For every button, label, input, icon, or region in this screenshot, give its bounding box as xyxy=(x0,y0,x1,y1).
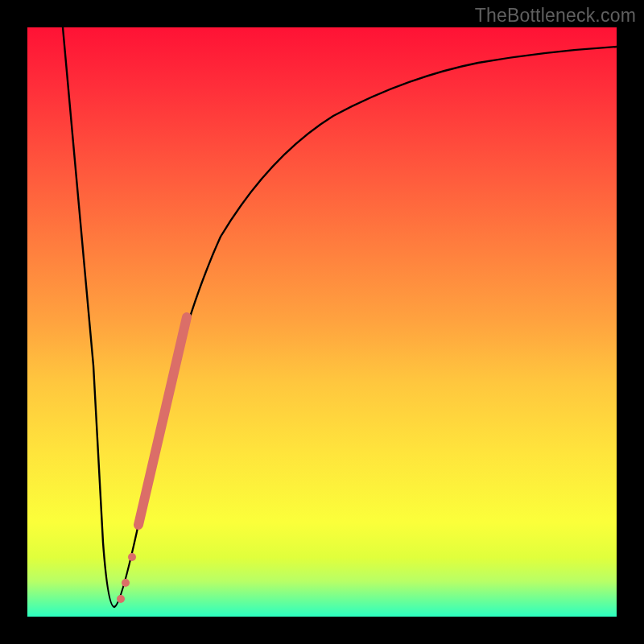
bead-dot xyxy=(128,553,136,561)
watermark-text: TheBottleneck.com xyxy=(475,5,636,27)
bead-dot xyxy=(122,579,130,587)
chart-frame: TheBottleneck.com xyxy=(0,0,644,644)
chart-svg xyxy=(27,27,617,617)
bottleneck-curve xyxy=(63,27,617,607)
plot-area xyxy=(27,27,617,617)
bead-dot xyxy=(117,595,125,603)
bead-segment xyxy=(138,317,187,525)
